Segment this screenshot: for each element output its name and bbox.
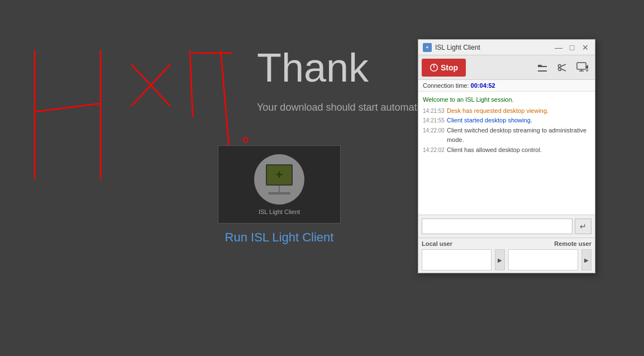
- log-msg-4: Client has allowed desktop control.: [447, 145, 542, 155]
- toolbar: Stop +: [418, 55, 595, 80]
- chat-send-button[interactable]: ↵: [575, 219, 591, 234]
- local-user-arrow[interactable]: ▶: [495, 249, 505, 270]
- window-controls: — □ ✕: [554, 42, 590, 53]
- scissors-button[interactable]: [554, 59, 571, 77]
- log-time-4: 14:22:02: [423, 146, 445, 155]
- remote-control-button[interactable]: +: [574, 59, 591, 77]
- isl-app-section: ISL Light Client Run ISL Light Client: [218, 145, 341, 245]
- page-heading: Thank: [257, 45, 369, 91]
- users-row: ▶ ▶: [422, 249, 591, 270]
- monitor-arrow-icon: +: [576, 62, 589, 73]
- close-button[interactable]: ✕: [580, 42, 590, 53]
- log-msg-2: Client started desktop showing.: [447, 116, 532, 126]
- time-value: 00:04:52: [471, 82, 495, 89]
- local-user-label: Local user: [422, 240, 452, 247]
- log-msg-3: Client switched desktop streaming to adm…: [447, 126, 590, 145]
- isl-logo-circle: [254, 154, 304, 205]
- svg-point-10: [559, 68, 561, 70]
- chat-area: ↵: [418, 215, 595, 238]
- folder-open-icon: [537, 62, 548, 73]
- log-time-1: 14:21:53: [423, 107, 445, 116]
- remote-user-arrow[interactable]: ▶: [581, 249, 591, 270]
- log-entry-4: 14:22:02 Client has allowed desktop cont…: [423, 145, 590, 155]
- log-entry-2: 14:21:55 Client started desktop showing.: [423, 116, 590, 126]
- log-welcome: Welcome to an ISL Light session.: [423, 95, 590, 105]
- minimize-button[interactable]: —: [554, 42, 564, 53]
- remote-user-box: [508, 249, 578, 270]
- svg-line-11: [561, 64, 566, 67]
- isl-logo-box: ISL Light Client: [218, 145, 341, 224]
- svg-line-12: [561, 69, 566, 71]
- svg-rect-13: [577, 63, 586, 69]
- scissors-icon: [557, 62, 568, 73]
- isl-logo-label: ISL Light Client: [259, 208, 300, 215]
- isl-monitor-icon: [266, 164, 293, 186]
- log-time-2: 14:21:55: [423, 116, 445, 126]
- svg-point-9: [559, 64, 561, 67]
- stop-label: Stop: [441, 63, 458, 72]
- monitor-base: [268, 192, 290, 194]
- restore-button[interactable]: □: [567, 42, 577, 53]
- remote-user-label: Remote user: [554, 240, 591, 247]
- isl-title-icon: +: [423, 43, 432, 52]
- chat-input[interactable]: [422, 219, 573, 234]
- users-section: Local user Remote user ▶ ▶: [418, 238, 595, 273]
- log-entry-1: 14:21:53 Desk has requested desktop view…: [423, 106, 590, 116]
- log-entry-3: 14:22:00 Client switched desktop streami…: [423, 126, 590, 145]
- log-time-3: 14:22:00: [423, 126, 445, 145]
- local-user-box: [422, 249, 492, 270]
- users-header: Local user Remote user: [422, 240, 591, 247]
- window-titlebar: + ISL Light Client — □ ✕: [418, 40, 595, 55]
- run-isl-link[interactable]: Run ISL Light Client: [225, 230, 334, 245]
- isl-window: + ISL Light Client — □ ✕ Stop: [418, 39, 595, 273]
- log-msg-1: Desk has requested desktop viewing.: [447, 106, 548, 116]
- connection-time: Connection time: 00:04:52: [418, 80, 595, 92]
- power-icon: [430, 63, 438, 72]
- monitor-stand: [279, 186, 280, 192]
- log-area: Welcome to an ISL Light session. 14:21:5…: [418, 92, 595, 215]
- stop-button[interactable]: Stop: [422, 59, 466, 77]
- window-title: ISL Light Client: [435, 44, 554, 51]
- folder-open-button[interactable]: [533, 59, 551, 77]
